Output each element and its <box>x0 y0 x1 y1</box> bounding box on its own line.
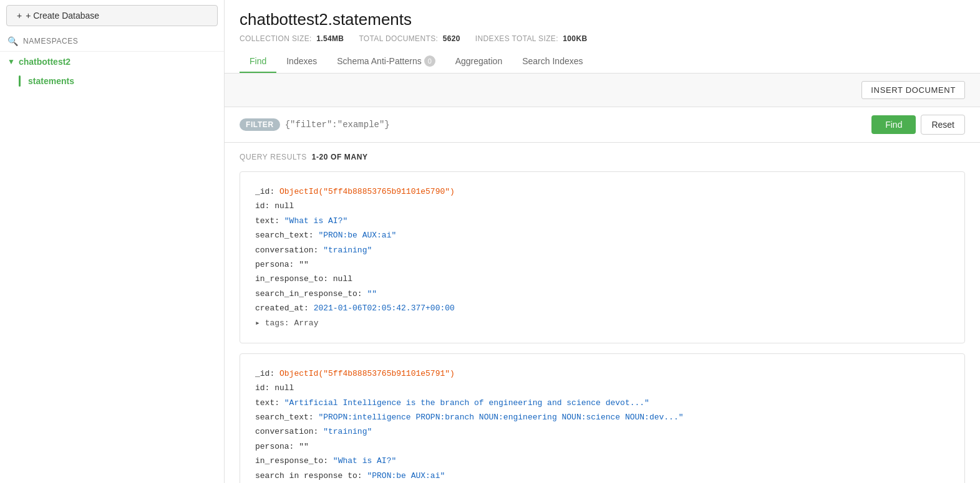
doc2-conversation: conversation: "training" <box>255 424 949 439</box>
find-button[interactable]: Find <box>871 115 916 134</box>
tab-schema-anti-patterns[interactable]: Schema Anti-Patterns 0 <box>327 50 445 73</box>
toolbar: INSERT DOCUMENT <box>225 74 980 107</box>
query-results-range: 1-20 OF MANY <box>312 153 368 161</box>
namespaces-input[interactable] <box>23 37 216 45</box>
tab-search-indexes-label: Search Indexes <box>522 56 583 66</box>
tabs: Find Indexes Schema Anti-Patterns 0 Aggr… <box>240 50 965 73</box>
tab-find[interactable]: Find <box>240 50 276 73</box>
active-indicator <box>19 75 21 87</box>
doc2-search-in-response: search in response to: "PRON:be AUX:ai" <box>255 469 949 483</box>
doc2-search-text: search_text: "PROPN:intelligence PROPN:b… <box>255 410 949 424</box>
collection-meta: COLLECTION SIZE: 1.54MB TOTAL DOCUMENTS:… <box>240 34 965 43</box>
filter-input[interactable] <box>285 120 866 130</box>
document-card-2: _id: ObjectId("5ff4b88853765b91101e5791"… <box>240 353 965 483</box>
doc1-persona: persona: "" <box>255 257 949 272</box>
collection-size-value: 1.54MB <box>316 34 344 43</box>
database-item[interactable]: ▼ chatbottest2 <box>0 52 224 72</box>
doc1-id-field: _id: ObjectId("5ff4b88853765b91101e5790"… <box>255 184 949 199</box>
doc1-conversation: conversation: "training" <box>255 243 949 257</box>
total-docs-label: TOTAL DOCUMENTS: <box>359 34 438 43</box>
namespaces-search-bar: 🔍 <box>0 31 224 52</box>
tab-schema-label: Schema Anti-Patterns <box>337 56 421 66</box>
filter-bar: FILTER Find Reset <box>225 107 980 143</box>
tab-search-indexes[interactable]: Search Indexes <box>512 50 593 73</box>
collection-title: chatbottest2.statements <box>240 10 965 29</box>
schema-anti-patterns-badge: 0 <box>424 55 435 67</box>
doc1-tags[interactable]: ▸ tags: Array <box>255 316 949 330</box>
query-results-prefix: QUERY RESULTS <box>240 153 307 161</box>
collection-size-label: COLLECTION SIZE: <box>240 34 312 43</box>
document-card-1: _id: ObjectId("5ff4b88853765b91101e5790"… <box>240 171 965 343</box>
doc2-id-field: _id: ObjectId("5ff4b88853765b91101e5791"… <box>255 366 949 381</box>
doc2-text: text: "Artificial Intelligence is the br… <box>255 396 949 410</box>
indexes-size: INDEXES TOTAL SIZE: 100KB <box>475 34 588 43</box>
doc1-text: text: "What is AI?" <box>255 214 949 228</box>
doc1-id-null: id: null <box>255 199 949 213</box>
insert-document-button[interactable]: INSERT DOCUMENT <box>861 81 965 99</box>
database-name: chatbottest2 <box>19 57 70 67</box>
indexes-value: 100KB <box>563 34 587 43</box>
search-icon: 🔍 <box>7 36 18 46</box>
tab-aggregation-label: Aggregation <box>455 56 503 66</box>
main-header: chatbottest2.statements COLLECTION SIZE:… <box>225 0 980 74</box>
indexes-label: INDEXES TOTAL SIZE: <box>475 34 558 43</box>
doc2-persona: persona: "" <box>255 439 949 454</box>
create-db-label: + Create Database <box>26 11 99 21</box>
collection-item-statements[interactable]: statements <box>0 72 224 90</box>
doc1-created-at: created_at: 2021-01-06T02:05:42.377+00:0… <box>255 301 949 315</box>
reset-button[interactable]: Reset <box>921 115 965 135</box>
main-content: chatbottest2.statements COLLECTION SIZE:… <box>225 0 980 483</box>
query-results-label: QUERY RESULTS 1-20 OF MANY <box>225 143 980 166</box>
tab-indexes-label: Indexes <box>286 56 317 66</box>
tab-find-label: Find <box>250 56 266 66</box>
create-database-button[interactable]: + + Create Database <box>6 5 218 26</box>
doc2-id-null: id: null <box>255 381 949 395</box>
doc2-in-response: in_response_to: "What is AI?" <box>255 454 949 468</box>
tab-aggregation[interactable]: Aggregation <box>445 50 513 73</box>
collection-size: COLLECTION SIZE: 1.54MB <box>240 34 344 43</box>
total-docs-value: 5620 <box>443 34 460 43</box>
filter-tag: FILTER <box>240 118 280 131</box>
sidebar: + + Create Database 🔍 ▼ chatbottest2 sta… <box>0 0 225 483</box>
tab-indexes[interactable]: Indexes <box>276 50 327 73</box>
total-docs: TOTAL DOCUMENTS: 5620 <box>359 34 460 43</box>
plus-icon: + <box>17 11 22 21</box>
doc1-search-in-response: search_in_response_to: "" <box>255 287 949 301</box>
doc1-in-response: in_response_to: null <box>255 272 949 286</box>
chevron-down-icon: ▼ <box>7 57 15 66</box>
collection-name: statements <box>28 76 74 86</box>
doc1-search-text: search_text: "PRON:be AUX:ai" <box>255 228 949 242</box>
